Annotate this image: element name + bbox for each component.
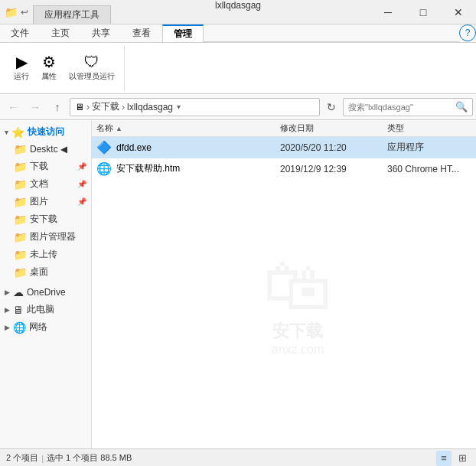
search-icon[interactable]: 🔍 <box>455 101 468 112</box>
network-icon: 🌐 <box>13 321 26 334</box>
pin-icon-pics: 📌 <box>77 197 86 206</box>
status-bar: 2 个项目 | 选中 1 个项目 88.5 MB ≡ ⊞ <box>0 448 476 466</box>
up-button[interactable]: ↑ <box>47 97 67 117</box>
file-list-body: 🛍 安下载 anxz.com 🔷 dfdd.exe 2020/5/20 11:2… <box>92 137 476 448</box>
sidebar-item-anzaiload[interactable]: 📁 安下载 <box>0 210 91 228</box>
address-bar: ← → ↑ 🖥 › 安下载 › lxllqdasgag ▾ ↻ 🔍 <box>0 94 476 120</box>
status-total: 2 个项目 <box>6 452 38 464</box>
sidebar-item-picmgr[interactable]: 📁 图片管理器 <box>0 228 91 246</box>
thispc-expand: ▶ <box>5 306 10 314</box>
file-type-htm: 360 Chrome HT... <box>387 164 471 174</box>
sidebar-onedrive[interactable]: ▶ ☁ OneDrive <box>0 284 91 301</box>
sidebar-item-downloads[interactable]: 📁 下载 📌 <box>0 158 91 175</box>
view-details-button[interactable]: ≡ <box>436 451 452 466</box>
table-row[interactable]: 🌐 安下载帮助.htm 2019/12/9 12:39 360 Chrome H… <box>92 158 476 180</box>
pin-icon-dl: 📌 <box>77 162 86 171</box>
sidebar-onedrive-label: OneDrive <box>27 287 66 298</box>
col-type-label: 类型 <box>387 122 471 134</box>
tab-home[interactable]: 主页 <box>41 24 81 42</box>
ribbon-content: ▶ 运行 ⚙ 属性 🛡 以管理员运行 <box>0 43 476 93</box>
sidebar-unup-label: 未上传 <box>30 248 57 261</box>
status-separator: | <box>41 454 44 463</box>
quick-access-expand: ▾ <box>5 129 8 136</box>
ribbon-admin-btn[interactable]: 🛡 以管理员运行 <box>64 53 119 83</box>
ribbon-run-btn[interactable]: ▶ 运行 <box>9 53 34 83</box>
sidebar-thispc[interactable]: ▶ 🖥 此电脑 <box>0 301 91 318</box>
sort-arrow: ▲ <box>116 125 122 132</box>
main-area: ▾ ⭐ 快速访问 📁 Desktc ◀ 📁 下载 📌 📁 文档 📌 📁 图片 📌… <box>0 120 476 448</box>
network-expand: ▶ <box>5 324 10 331</box>
forward-button[interactable]: → <box>25 97 45 117</box>
sidebar-dl-label: 下载 <box>30 160 48 173</box>
sidebar-quick-access[interactable]: ▾ ⭐ 快速访问 <box>0 123 91 141</box>
file-list-header: 名称 ▲ 修改日期 类型 <box>92 120 476 137</box>
sidebar-desk-label: 桌面 <box>30 266 48 279</box>
close-button[interactable]: ✕ <box>441 0 476 24</box>
folder-icon-anzaiload: 📁 <box>14 213 27 226</box>
tab-manage[interactable]: 管理 <box>162 24 204 42</box>
search-box[interactable]: 🔍 <box>343 98 473 116</box>
sidebar-item-unuploaded[interactable]: 📁 未上传 <box>0 246 91 263</box>
col-date-label: 修改日期 <box>280 122 387 134</box>
sidebar-item-docs[interactable]: 📁 文档 📌 <box>0 175 91 193</box>
quick-access-icon: ↩ <box>21 7 28 18</box>
file-type-exe: 应用程序 <box>387 141 471 154</box>
sidebar-docs-label: 文档 <box>30 178 48 191</box>
file-name-htm: 安下载帮助.htm <box>116 162 180 175</box>
table-row[interactable]: 🔷 dfdd.exe 2020/5/20 11:20 应用程序 <box>92 137 476 158</box>
search-input[interactable] <box>348 103 455 112</box>
sidebar-desktop-label: Desktc ◀ <box>30 144 67 155</box>
thispc-icon: 🖥 <box>13 304 24 316</box>
folder-icon-docs: 📁 <box>14 178 27 191</box>
sidebar-item-desktop2[interactable]: 📁 桌面 <box>0 263 91 281</box>
properties-icon: ⚙ <box>42 54 56 70</box>
pin-icon-docs: 📌 <box>77 180 86 188</box>
onedrive-expand: ▶ <box>5 288 10 296</box>
app-tools-tab[interactable]: 应用程序工具 <box>33 5 111 24</box>
breadcrumb-item-downloads[interactable]: 安下载 <box>92 100 119 113</box>
file-icon-htm: 🌐 <box>96 161 112 176</box>
sidebar-item-desktop[interactable]: 📁 Desktc ◀ <box>0 141 91 158</box>
folder-icon-dl: 📁 <box>14 161 27 173</box>
admin-icon: 🛡 <box>84 54 99 70</box>
ribbon-manage-group: ▶ 运行 ⚙ 属性 🛡 以管理员运行 <box>5 46 125 90</box>
sidebar-item-pics[interactable]: 📁 图片 📌 <box>0 193 91 210</box>
view-tiles-button[interactable]: ⊞ <box>455 451 470 466</box>
back-button[interactable]: ← <box>3 97 23 117</box>
tab-file[interactable]: 文件 <box>0 24 41 42</box>
quick-access-star-icon: ⭐ <box>11 126 24 138</box>
folder-icon: 📁 <box>14 143 27 155</box>
sidebar-pics-label: 图片 <box>30 195 48 208</box>
minimize-button[interactable]: ─ <box>370 0 406 24</box>
help-button[interactable]: ? <box>459 24 476 41</box>
watermark-text: 安下载 <box>263 319 332 342</box>
breadcrumb-item-folder[interactable]: lxllqdasgag <box>127 102 173 112</box>
onedrive-icon: ☁ <box>13 286 24 298</box>
folder-icon-desk: 📁 <box>14 266 27 279</box>
file-date-exe: 2020/5/20 11:20 <box>280 142 387 153</box>
file-list: 名称 ▲ 修改日期 类型 🛍 安下载 anxz.com 🔷 dfdd.exe 2… <box>92 120 476 448</box>
tab-view[interactable]: 查看 <box>122 24 162 42</box>
refresh-button[interactable]: ↻ <box>322 98 341 116</box>
sidebar-thispc-label: 此电脑 <box>27 303 54 316</box>
watermark-bag-icon: 🛍 <box>263 250 332 319</box>
file-icon-exe: 🔷 <box>96 140 112 155</box>
run-icon: ▶ <box>16 54 28 70</box>
sidebar-network[interactable]: ▶ 🌐 网络 <box>0 318 91 336</box>
ribbon: 文件 主页 共享 查看 管理 ? ▶ 运行 ⚙ 属性 🛡 以管理员运行 <box>0 24 476 94</box>
sidebar-network-label: 网络 <box>29 321 47 334</box>
col-name-label: 名称 <box>96 122 113 134</box>
breadcrumb[interactable]: 🖥 › 安下载 › lxllqdasgag ▾ <box>70 98 320 116</box>
folder-icon-pics: 📁 <box>14 196 27 208</box>
folder-icon-unup: 📁 <box>14 249 27 261</box>
file-name-exe: dfdd.exe <box>116 142 152 153</box>
window-title: lxllqdasgag <box>215 0 261 11</box>
tab-share[interactable]: 共享 <box>81 24 122 42</box>
file-date-htm: 2019/12/9 12:39 <box>280 164 387 174</box>
sidebar-anzaiload-label: 安下载 <box>30 213 57 226</box>
app-icon: 📁 <box>5 6 18 18</box>
maximize-button[interactable]: □ <box>406 0 441 24</box>
ribbon-properties-btn[interactable]: ⚙ 属性 <box>37 53 61 83</box>
breadcrumb-dropdown-arrow[interactable]: ▾ <box>177 103 181 111</box>
breadcrumb-home-icon: 🖥 <box>75 102 84 112</box>
